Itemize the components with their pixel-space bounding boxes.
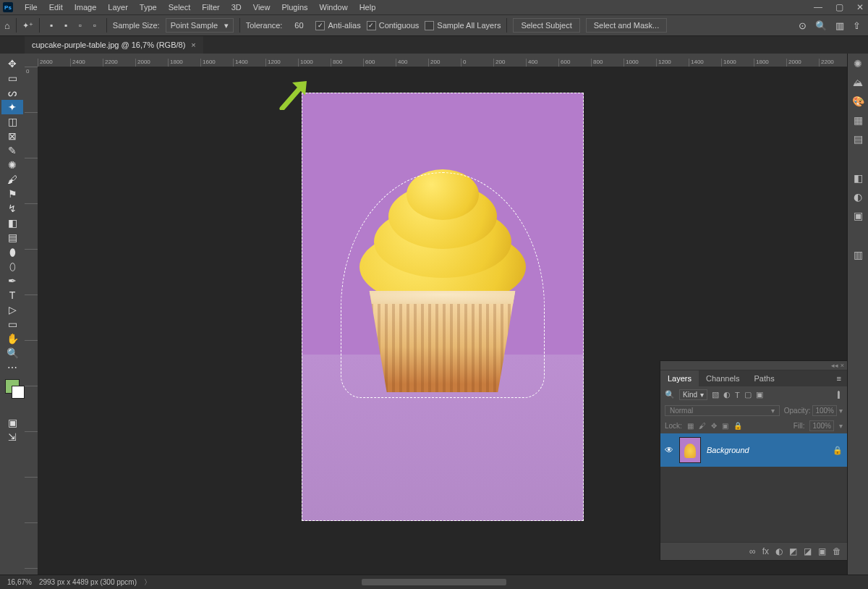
visibility-toggle-icon[interactable]: 👁 <box>665 445 673 455</box>
layers-panel-icon[interactable]: ▣ <box>854 210 863 221</box>
type-tool[interactable]: T <box>1 288 23 302</box>
tolerance-input[interactable]: 60 <box>288 21 310 30</box>
swatches-panel-icon[interactable]: ⛰ <box>853 77 863 88</box>
menu-help[interactable]: Help <box>354 1 382 14</box>
history-brush-tool[interactable]: ↯ <box>1 201 23 216</box>
sample-all-layers-checkbox[interactable]: Sample All Layers <box>425 21 501 30</box>
menu-select[interactable]: Select <box>163 1 197 14</box>
history-panel-icon[interactable]: ▥ <box>854 249 863 260</box>
cloud-docs-icon[interactable]: ⊙ <box>799 20 807 31</box>
lasso-tool[interactable]: ᔕ <box>1 85 23 100</box>
menu-3d[interactable]: 3D <box>226 1 247 14</box>
patterns-panel-icon[interactable]: ▦ <box>854 114 863 126</box>
lock-transparency-icon[interactable]: ▦ <box>687 422 694 430</box>
close-tab-icon[interactable]: × <box>191 41 195 49</box>
document-tab[interactable]: cupcake-purple-table.jpg @ 16,7% (RGB/8)… <box>25 36 203 54</box>
zoom-tool[interactable]: 🔍 <box>1 346 23 360</box>
zoom-level[interactable]: 16,67% <box>7 578 32 586</box>
menu-file[interactable]: File <box>19 1 43 14</box>
blend-mode-select[interactable]: Normal▾ <box>665 405 780 416</box>
select-subject-button[interactable]: Select Subject <box>513 18 579 33</box>
add-selection-icon[interactable]: ▪ <box>60 20 72 31</box>
move-tool[interactable]: ✥ <box>1 56 23 71</box>
crop-tool[interactable]: ◫ <box>1 114 23 129</box>
filter-kind-select[interactable]: Kind▾ <box>679 389 707 400</box>
shape-tool[interactable]: ▭ <box>1 317 23 331</box>
filter-adjustment-icon[interactable]: ◐ <box>723 390 731 399</box>
foreground-background-colors[interactable] <box>5 379 20 394</box>
new-layer-icon[interactable]: ▣ <box>818 546 826 556</box>
horizontal-scrollbar[interactable] <box>362 579 506 585</box>
panel-menu-icon[interactable]: ≡ <box>831 370 847 386</box>
marquee-tool[interactable]: ▭ <box>1 71 23 85</box>
window-close-icon[interactable]: ✕ <box>856 2 864 12</box>
layer-name[interactable]: Background <box>707 446 749 454</box>
canvas[interactable] <box>302 93 584 521</box>
filter-shape-icon[interactable]: ▢ <box>744 390 752 399</box>
new-adjustment-icon[interactable]: ◩ <box>789 546 797 556</box>
properties-panel-icon[interactable]: ◧ <box>854 172 863 184</box>
menu-edit[interactable]: Edit <box>43 1 69 14</box>
new-group-icon[interactable]: ◪ <box>804 546 812 556</box>
lock-position-icon[interactable]: ✥ <box>711 422 717 430</box>
brush-tool[interactable]: 🖌 <box>1 172 23 187</box>
color-panel-icon[interactable]: ✺ <box>854 58 862 69</box>
search-icon[interactable]: 🔍 <box>815 20 827 31</box>
menu-window[interactable]: Window <box>314 1 354 14</box>
subtract-selection-icon[interactable]: ▫ <box>75 20 86 31</box>
antialias-checkbox[interactable]: Anti-alias <box>315 21 360 30</box>
lock-artboard-icon[interactable]: ▣ <box>722 422 728 430</box>
vertical-ruler[interactable]: 0 <box>25 67 38 575</box>
select-and-mask-button[interactable]: Select and Mask... <box>586 18 668 33</box>
lock-pixels-icon[interactable]: 🖌 <box>699 422 706 430</box>
home-icon[interactable]: ⌂ <box>4 20 10 31</box>
share-icon[interactable]: ⇧ <box>853 20 861 31</box>
intersect-selection-icon[interactable]: ▫ <box>89 20 101 31</box>
doc-info[interactable]: 2993 px x 4489 px (300 ppcm) <box>39 578 137 586</box>
menu-type[interactable]: Type <box>134 1 163 14</box>
layer-fx-icon[interactable]: fx <box>762 546 769 556</box>
layer-thumbnail[interactable] <box>679 437 701 463</box>
eraser-tool[interactable]: ◧ <box>1 216 23 230</box>
tab-channels[interactable]: Channels <box>699 370 746 386</box>
gradient-tool[interactable]: ▤ <box>1 230 23 245</box>
gradients-panel-icon[interactable]: 🎨 <box>852 96 864 107</box>
healing-brush-tool[interactable]: ✺ <box>1 158 23 172</box>
doc-info-chevron-icon[interactable]: 〉 <box>144 577 151 588</box>
menu-plugins[interactable]: Plugins <box>276 1 313 14</box>
libraries-panel-icon[interactable]: ◐ <box>854 191 862 203</box>
horizontal-ruler[interactable]: 2600240022002000180016001400120010008006… <box>25 54 847 67</box>
layer-lock-icon[interactable]: 🔒 <box>833 446 843 455</box>
window-minimize-icon[interactable]: — <box>814 2 822 12</box>
tab-layers[interactable]: Layers <box>660 370 699 386</box>
filter-pixel-icon[interactable]: ▧ <box>712 390 719 399</box>
menu-layer[interactable]: Layer <box>102 1 134 14</box>
hand-tool[interactable]: ✋ <box>1 331 23 346</box>
lock-all-icon[interactable]: 🔒 <box>733 422 742 430</box>
filter-toggle-icon[interactable]: ⏽ <box>835 391 843 399</box>
quick-mask-toggle[interactable]: ▣ <box>1 415 23 430</box>
screen-mode-toggle[interactable]: ⇲ <box>1 430 23 444</box>
filter-search-icon[interactable]: 🔍 <box>665 390 675 399</box>
path-selection-tool[interactable]: ▷ <box>1 302 23 317</box>
sample-size-select[interactable]: Point Sample▾ <box>166 18 234 33</box>
dodge-tool[interactable]: ⬯ <box>1 259 23 274</box>
new-selection-icon[interactable]: ▪ <box>46 20 57 31</box>
tab-paths[interactable]: Paths <box>747 370 782 386</box>
clone-stamp-tool[interactable]: ⚑ <box>1 187 23 201</box>
opacity-input[interactable]: 100% <box>812 405 837 416</box>
blur-tool[interactable]: ⬮ <box>1 245 23 259</box>
menu-view[interactable]: View <box>247 1 276 14</box>
pen-tool[interactable]: ✒ <box>1 274 23 288</box>
link-layers-icon[interactable]: ∞ <box>749 546 756 556</box>
magic-wand-tool-icon[interactable]: ✦⁺ <box>22 21 33 30</box>
delete-layer-icon[interactable]: 🗑 <box>833 546 841 556</box>
layer-row[interactable]: 👁 Background 🔒 <box>660 433 847 467</box>
add-mask-icon[interactable]: ◐ <box>775 546 783 556</box>
contiguous-checkbox[interactable]: Contiguous <box>367 21 420 30</box>
eyedropper-tool[interactable]: ✎ <box>1 143 23 158</box>
menu-filter[interactable]: Filter <box>196 1 225 14</box>
panel-collapse-icon[interactable]: ◂◂ × <box>831 362 844 369</box>
fill-input[interactable]: 100% <box>809 420 834 431</box>
window-maximize-icon[interactable]: ▢ <box>835 2 843 12</box>
